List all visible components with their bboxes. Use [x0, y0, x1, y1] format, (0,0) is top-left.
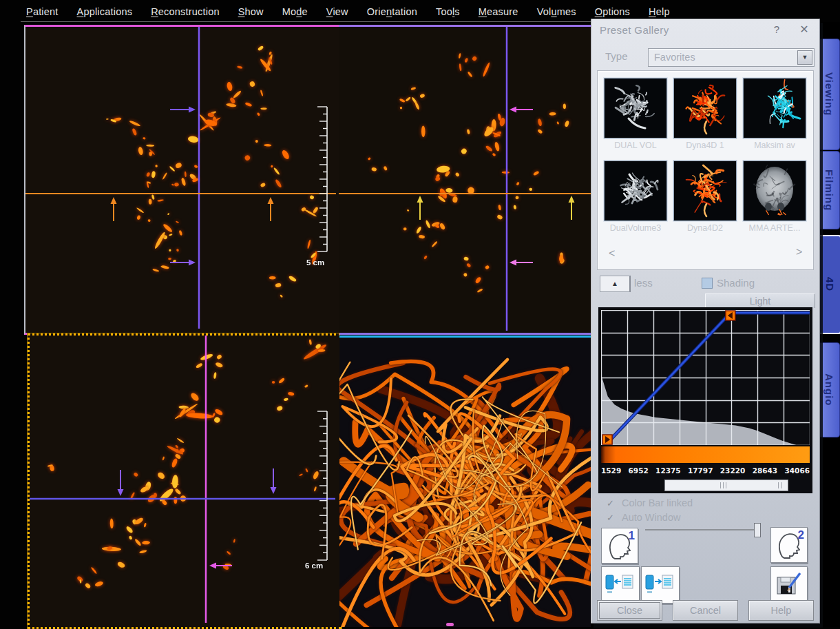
viewport-mip-top-left[interactable]: 5 cm	[24, 25, 340, 335]
preset-thumbnail[interactable]: Dyna4D 1	[673, 78, 737, 150]
type-combobox[interactable]: Favorites ▼	[648, 48, 815, 67]
tab-viewing[interactable]: Viewing	[819, 39, 840, 150]
options-row: ▲ less Shading	[591, 276, 819, 292]
dialog-help-button[interactable]: ?	[770, 23, 784, 37]
reference-marker-magenta	[446, 623, 454, 626]
auto-window-option[interactable]: ✓ Auto Window	[591, 512, 819, 526]
gallery-next-button[interactable]: >	[796, 246, 802, 258]
preset-thumbnail[interactable]: Dyna4D2	[673, 161, 737, 233]
type-combobox-value: Favorites	[654, 52, 695, 63]
viewport-mip-top-right[interactable]	[339, 25, 591, 333]
shading-checkbox[interactable]	[702, 278, 713, 289]
preset-thumbnail[interactable]: DUAL VOL	[604, 78, 667, 150]
tab-angio[interactable]: Angio	[819, 342, 840, 437]
histogram-range-scrollbar[interactable]	[664, 480, 788, 491]
check-icon: ✓	[607, 498, 614, 508]
help-button[interactable]: Help	[748, 600, 814, 621]
head-preset-1-button[interactable]: 1	[601, 528, 638, 564]
head-profile-icon	[606, 531, 631, 560]
menu-item-reconstruction[interactable]: Reconstruction	[151, 6, 220, 17]
less-label: less	[634, 277, 653, 289]
preset-thumbnail[interactable]: MMA ARTE...	[743, 161, 806, 233]
menu-item-patient[interactable]: Patient	[26, 6, 59, 17]
gallery-prev-button[interactable]: <	[609, 247, 615, 260]
copy-right-icon	[644, 573, 675, 597]
light-tab[interactable]: Light	[705, 293, 815, 308]
tab-filming[interactable]: Filming	[819, 151, 840, 229]
preset-thumbnail-panel: DUAL VOL Dyna4D 1 Maksim av DualVolume3 …	[597, 70, 814, 270]
crosshair-overlay	[30, 336, 335, 623]
cancel-button[interactable]: Cancel	[673, 600, 738, 621]
histogram-transfer-curve[interactable]	[601, 310, 810, 445]
menu-item-options[interactable]: Options	[595, 6, 630, 17]
preset-gallery-dialog: Preset Gallery ? ✕ Type Favorites ▼ DUAL…	[591, 19, 820, 623]
head-profile-icon	[775, 530, 800, 559]
shading-label: Shading	[717, 277, 755, 289]
crosshair-overlay	[339, 27, 591, 331]
task-tab-strip: Viewing Filming 4D Angio	[819, 22, 840, 627]
menu-item-tools[interactable]: Tools	[436, 6, 460, 17]
color-bar[interactable]	[601, 446, 810, 463]
reference-line-cyan	[339, 336, 591, 338]
dialog-titlebar[interactable]: Preset Gallery ? ✕	[591, 19, 819, 40]
close-button[interactable]: Close	[597, 600, 662, 621]
histogram-axis-ticks: 152969521237517797232202864334066	[601, 466, 810, 475]
menu-item-orientation[interactable]: Orientation	[367, 6, 417, 17]
menu-item-volumes[interactable]: Volumes	[537, 6, 576, 17]
check-icon: ✓	[607, 513, 614, 523]
transfer-function-panel: 152969521237517797232202864334066	[598, 307, 812, 493]
type-label: Type	[605, 50, 628, 62]
viewport-mip-bottom-left-selected[interactable]: 6 cm	[28, 333, 342, 629]
viewport-3d-volume-render[interactable]	[339, 333, 591, 627]
collapse-less-button[interactable]: ▲	[600, 276, 631, 292]
copy-settings-to-view-button[interactable]	[641, 566, 680, 604]
copy-left-icon	[605, 573, 635, 597]
preset-blend-slider-track[interactable]	[645, 529, 759, 530]
menu-item-view[interactable]: View	[326, 6, 348, 17]
save-preset-button[interactable]	[770, 566, 808, 604]
preset-blend-slider-handle[interactable]	[754, 523, 761, 537]
head-preset-2-button[interactable]: 2	[770, 527, 808, 563]
chevron-down-icon[interactable]: ▼	[797, 50, 812, 65]
crosshair-overlay	[25, 27, 336, 329]
reference-line-purple	[339, 333, 591, 335]
copy-settings-from-view-button[interactable]	[601, 566, 640, 604]
menu-item-mode[interactable]: Mode	[282, 6, 308, 17]
type-row: Type Favorites ▼	[591, 47, 819, 66]
menu-item-help[interactable]: Help	[649, 6, 670, 17]
menu-item-measure[interactable]: Measure	[479, 6, 518, 17]
menu-item-applications[interactable]: Applications	[77, 6, 133, 17]
scale-label: 6 cm	[305, 561, 323, 570]
preset-thumbnail[interactable]: DualVolume3	[604, 161, 667, 233]
close-icon[interactable]: ✕	[797, 23, 811, 37]
menu-item-show[interactable]: Show	[238, 6, 264, 17]
volume-render-canvas	[339, 338, 591, 627]
preset-thumbnail[interactable]: Maksim av	[743, 78, 806, 150]
tab-4d[interactable]: 4D	[819, 235, 840, 334]
workstation-screen: Patient Applications Reconstruction Show…	[0, 0, 840, 629]
save-floppy-icon	[775, 571, 803, 599]
menu-divider	[21, 21, 591, 22]
dialog-title: Preset Gallery	[600, 24, 669, 36]
scale-label: 5 cm	[306, 258, 324, 267]
color-bar-linked-option[interactable]: ✓ Color Bar linked	[591, 497, 819, 511]
